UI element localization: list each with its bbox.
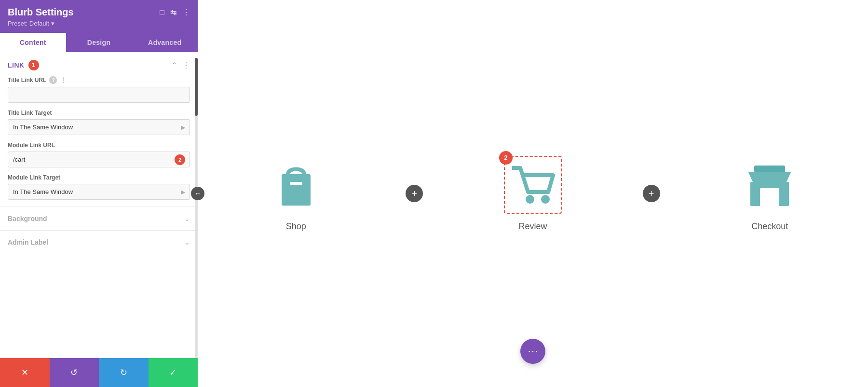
shop-icon bbox=[274, 161, 318, 209]
module-link-url-field: Module Link URL 2 bbox=[0, 142, 198, 174]
main-canvas: Shop + 2 Review + bbox=[198, 0, 868, 387]
background-section[interactable]: Background ⌄ bbox=[0, 207, 198, 231]
sidebar-content: Link 1 ⌃ ⋮ Title Link URL ? ⋮ bbox=[0, 52, 198, 358]
title-link-url-label: Title Link URL ? ⋮ bbox=[8, 76, 190, 84]
shop-label: Shop bbox=[286, 221, 306, 232]
blurb-shop[interactable]: Shop bbox=[267, 156, 325, 232]
fullscreen-icon[interactable]: □ bbox=[160, 8, 164, 17]
module-link-url-wrapper: 2 bbox=[8, 152, 190, 167]
admin-label-title: Admin Label bbox=[8, 238, 48, 246]
settings-panel: Blurb Settings □ ↹ ⋮ Preset: Default ▾ C… bbox=[0, 0, 198, 387]
module-link-target-label: Module Link Target bbox=[8, 174, 190, 181]
store-icon bbox=[746, 162, 794, 207]
add-icon-2: + bbox=[649, 188, 654, 199]
save-icon: ✓ bbox=[169, 367, 176, 378]
title-link-target-wrapper: In The Same Window In A New Window ▶ bbox=[8, 119, 190, 135]
svg-point-2 bbox=[526, 195, 534, 204]
cancel-button[interactable]: ✕ bbox=[0, 358, 50, 387]
tab-content[interactable]: Content bbox=[0, 33, 66, 52]
tab-bar: Content Design Advanced bbox=[0, 33, 198, 52]
svg-rect-5 bbox=[760, 188, 779, 206]
module-link-badge: 2 bbox=[175, 154, 185, 165]
add-icon-1: + bbox=[412, 188, 418, 199]
redo-button[interactable]: ↻ bbox=[99, 358, 149, 387]
help-icon[interactable]: ? bbox=[49, 76, 57, 84]
title-link-url-field: Title Link URL ? ⋮ bbox=[0, 76, 198, 110]
preset-label[interactable]: Preset: Default ▾ bbox=[8, 20, 190, 27]
background-chevron: ⌄ bbox=[184, 215, 190, 222]
columns-icon[interactable]: ↹ bbox=[170, 8, 176, 17]
module-link-target-select[interactable]: In The Same Window In A New Window bbox=[8, 184, 190, 200]
reset-button[interactable]: ↺ bbox=[50, 358, 99, 387]
title-link-target-label: Title Link Target bbox=[8, 110, 190, 116]
background-title: Background bbox=[8, 215, 47, 222]
redo-icon: ↻ bbox=[120, 367, 127, 378]
module-link-url-label: Module Link URL bbox=[8, 142, 190, 149]
svg-rect-6 bbox=[754, 166, 785, 172]
svg-point-3 bbox=[541, 195, 550, 204]
panel-title: Blurb Settings bbox=[8, 7, 74, 18]
link-section-header: Link 1 ⌃ ⋮ bbox=[0, 52, 198, 76]
collapse-icon[interactable]: ⌃ bbox=[171, 61, 177, 70]
svg-rect-0 bbox=[282, 174, 311, 206]
sidebar-header: Blurb Settings □ ↹ ⋮ Preset: Default ▾ bbox=[0, 0, 198, 33]
module-link-target-field: Module Link Target In The Same Window In… bbox=[0, 174, 198, 207]
footer-toolbar: ✕ ↺ ↻ ✓ bbox=[0, 358, 198, 387]
reset-icon: ↺ bbox=[70, 367, 78, 378]
tab-advanced[interactable]: Advanced bbox=[132, 33, 198, 52]
add-button-1[interactable]: + bbox=[406, 185, 423, 202]
resize-handle[interactable]: ↔ bbox=[191, 187, 204, 200]
link-badge: 1 bbox=[28, 60, 39, 70]
module-link-url-input[interactable] bbox=[8, 152, 190, 167]
field-more-icon[interactable]: ⋮ bbox=[60, 76, 67, 84]
title-link-target-select[interactable]: In The Same Window In A New Window bbox=[8, 119, 190, 135]
cart-icon bbox=[510, 163, 556, 207]
fab-button[interactable]: ⋯ bbox=[520, 339, 545, 364]
review-icon-wrap bbox=[504, 156, 562, 214]
title-link-target-field: Title Link Target In The Same Window In … bbox=[0, 110, 198, 142]
checkout-icon-wrap bbox=[741, 156, 799, 214]
admin-label-chevron: ⌄ bbox=[184, 238, 190, 246]
blurb-checkout[interactable]: Checkout bbox=[741, 156, 799, 232]
add-button-2[interactable]: + bbox=[643, 185, 660, 202]
blurb-review[interactable]: 2 Review bbox=[504, 156, 562, 232]
title-link-url-input[interactable] bbox=[8, 87, 190, 103]
section-more-icon[interactable]: ⋮ bbox=[182, 61, 190, 70]
review-badge: 2 bbox=[499, 151, 513, 165]
svg-rect-1 bbox=[290, 182, 302, 185]
more-icon[interactable]: ⋮ bbox=[182, 8, 190, 17]
review-label: Review bbox=[518, 221, 547, 232]
cancel-icon: ✕ bbox=[21, 367, 28, 378]
save-button[interactable]: ✓ bbox=[149, 358, 198, 387]
module-link-target-wrapper: In The Same Window In A New Window ▶ bbox=[8, 184, 190, 200]
section-controls: ⌃ ⋮ bbox=[171, 61, 190, 70]
header-actions: □ ↹ ⋮ bbox=[160, 8, 190, 17]
shop-icon-wrap bbox=[267, 156, 325, 214]
checkout-label: Checkout bbox=[751, 221, 788, 232]
admin-label-section[interactable]: Admin Label ⌄ bbox=[0, 231, 198, 254]
link-section-title: Link 1 bbox=[8, 60, 39, 70]
fab-icon: ⋯ bbox=[528, 345, 538, 358]
link-section: Link 1 ⌃ ⋮ Title Link URL ? ⋮ bbox=[0, 52, 198, 207]
tab-design[interactable]: Design bbox=[66, 33, 132, 52]
